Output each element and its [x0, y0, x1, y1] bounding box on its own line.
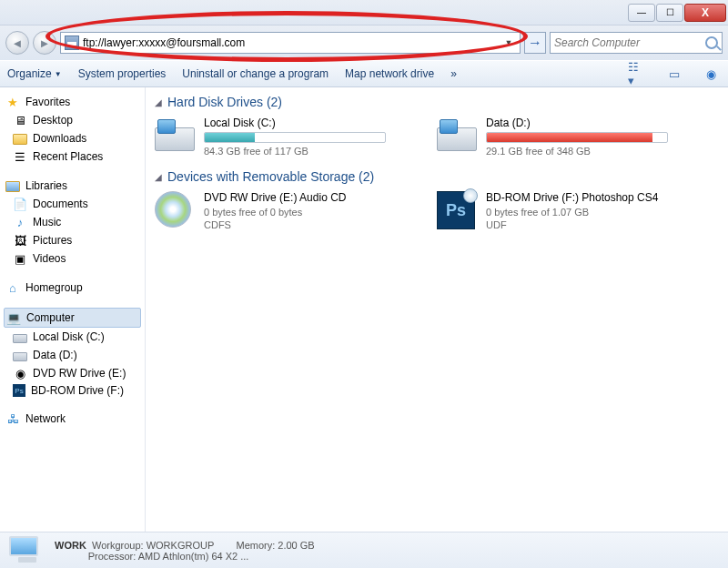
network-icon: 🖧	[5, 411, 20, 426]
sidebar-pictures[interactable]: 🖼Pictures	[0, 231, 145, 249]
navigation-bar: ◄ ► ▼ →	[0, 25, 728, 60]
pictures-icon: 🖼	[13, 233, 27, 248]
libraries-icon	[5, 178, 20, 193]
drive-local-c[interactable]: Local Disk (C:) 84.3 GB free of 117 GB	[155, 117, 410, 157]
close-button[interactable]: X	[684, 4, 726, 22]
collapse-icon: ◢	[155, 172, 162, 182]
sidebar-data-d[interactable]: Data (D:)	[0, 346, 145, 364]
minimize-button[interactable]: —	[628, 4, 655, 22]
drive-label: BD-ROM Drive (F:) Photoshop CS4	[486, 191, 692, 204]
desktop-icon: 🖥	[13, 113, 27, 127]
search-box[interactable]	[550, 32, 723, 54]
system-properties-button[interactable]: System properties	[78, 67, 167, 80]
address-input[interactable]	[83, 34, 498, 52]
forward-button[interactable]: ►	[33, 31, 56, 55]
drive-dvd-e[interactable]: DVD RW Drive (E:) Audio CD 0 bytes free …	[155, 191, 410, 230]
sidebar-bd-f[interactable]: PsBD-ROM Drive (F:)	[0, 382, 145, 399]
address-bar[interactable]: ▼	[60, 32, 521, 54]
hdd-section-header[interactable]: ◢Hard Disk Drives (2)	[155, 95, 719, 109]
recent-icon: ☰	[13, 149, 27, 164]
more-commands[interactable]: »	[450, 67, 457, 80]
sidebar-music[interactable]: ♪Music	[0, 213, 145, 231]
network-group[interactable]: 🖧Network	[0, 410, 145, 428]
drive-icon	[13, 348, 27, 362]
drive-label: Data (D:)	[486, 117, 692, 129]
removable-section-header[interactable]: ◢Devices with Removable Storage (2)	[155, 169, 719, 184]
drive-label: Local Disk (C:)	[204, 117, 410, 129]
hdd-icon	[155, 117, 197, 153]
uninstall-program-button[interactable]: Uninstall or change a program	[182, 67, 329, 80]
processor-value: AMD Athlon(tm) 64 X2 ...	[138, 551, 249, 562]
collapse-icon: ◢	[155, 97, 162, 107]
help-button[interactable]: ◉	[701, 66, 721, 82]
drive-free-text: 84.3 GB free of 117 GB	[204, 146, 410, 157]
homegroup-group[interactable]: ⌂Homegroup	[0, 279, 145, 297]
drive-filesystem: UDF	[486, 219, 692, 230]
disc-icon: ◉	[13, 366, 27, 380]
address-dropdown[interactable]: ▼	[501, 38, 516, 47]
drive-data-d[interactable]: Data (D:) 29.1 GB free of 348 GB	[437, 117, 692, 157]
main-area: ★Favorites 🖥Desktop Downloads ☰Recent Pl…	[0, 87, 728, 532]
memory-label: Memory:	[236, 540, 275, 551]
videos-icon: ▣	[13, 251, 27, 266]
back-button[interactable]: ◄	[5, 31, 29, 55]
drive-bd-f[interactable]: Ps BD-ROM Drive (F:) Photoshop CS4 0 byt…	[437, 191, 692, 230]
ps-icon: Ps	[13, 384, 25, 397]
drive-free-text: 0 bytes free of 0 bytes	[204, 207, 410, 218]
computer-name: WORK	[55, 540, 86, 551]
details-pane: WORK Workgroup: WORKGROUP Memory: 2.00 G…	[0, 532, 728, 568]
preview-pane-button[interactable]: ▭	[664, 66, 684, 82]
computer-group[interactable]: 💻Computer	[4, 308, 141, 328]
photoshop-icon: Ps	[437, 191, 479, 228]
map-network-drive-button[interactable]: Map network drive	[345, 67, 434, 80]
processor-label: Processor:	[88, 551, 136, 562]
sidebar-documents[interactable]: 📄Documents	[0, 195, 145, 213]
navigation-pane: ★Favorites 🖥Desktop Downloads ☰Recent Pl…	[0, 87, 146, 532]
usage-bar	[486, 132, 668, 143]
content-pane: ◢Hard Disk Drives (2) Local Disk (C:) 84…	[146, 87, 728, 532]
drive-icon	[13, 330, 27, 344]
sidebar-dvd-e[interactable]: ◉DVD RW Drive (E:)	[0, 364, 145, 382]
favorites-group[interactable]: ★Favorites	[0, 93, 145, 111]
homegroup-icon: ⌂	[5, 280, 20, 295]
downloads-icon	[13, 131, 27, 146]
computer-large-icon	[9, 536, 46, 565]
sidebar-videos[interactable]: ▣Videos	[0, 249, 145, 268]
star-icon: ★	[5, 95, 20, 109]
window-titlebar: — ☐ X	[0, 0, 728, 25]
drive-label: DVD RW Drive (E:) Audio CD	[204, 191, 410, 204]
disc-icon	[155, 191, 197, 228]
drive-free-text: 0 bytes free of 1.07 GB	[486, 207, 692, 218]
music-icon: ♪	[13, 215, 27, 229]
sidebar-downloads[interactable]: Downloads	[0, 129, 145, 147]
drive-free-text: 29.1 GB free of 348 GB	[486, 146, 692, 157]
memory-value: 2.00 GB	[278, 540, 314, 551]
search-input[interactable]	[554, 36, 702, 49]
drive-filesystem: CDFS	[204, 219, 410, 230]
libraries-group[interactable]: Libraries	[0, 177, 145, 195]
search-icon	[705, 36, 718, 49]
view-options-button[interactable]: ☷ ▾	[628, 66, 648, 82]
sidebar-desktop[interactable]: 🖥Desktop	[0, 111, 145, 129]
documents-icon: 📄	[13, 197, 27, 211]
usage-bar	[204, 132, 386, 143]
maximize-button[interactable]: ☐	[656, 4, 683, 22]
hdd-icon	[437, 117, 479, 153]
sidebar-recent[interactable]: ☰Recent Places	[0, 147, 145, 166]
computer-icon: 💻	[6, 310, 21, 325]
workgroup-value: WORKGROUP	[147, 540, 214, 551]
command-bar: Organize ▼ System properties Uninstall o…	[0, 60, 728, 87]
go-button[interactable]: →	[524, 32, 546, 54]
workgroup-label: Workgroup:	[92, 540, 144, 551]
sidebar-local-c[interactable]: Local Disk (C:)	[0, 328, 145, 346]
computer-icon	[65, 36, 79, 50]
organize-menu[interactable]: Organize ▼	[7, 67, 62, 80]
